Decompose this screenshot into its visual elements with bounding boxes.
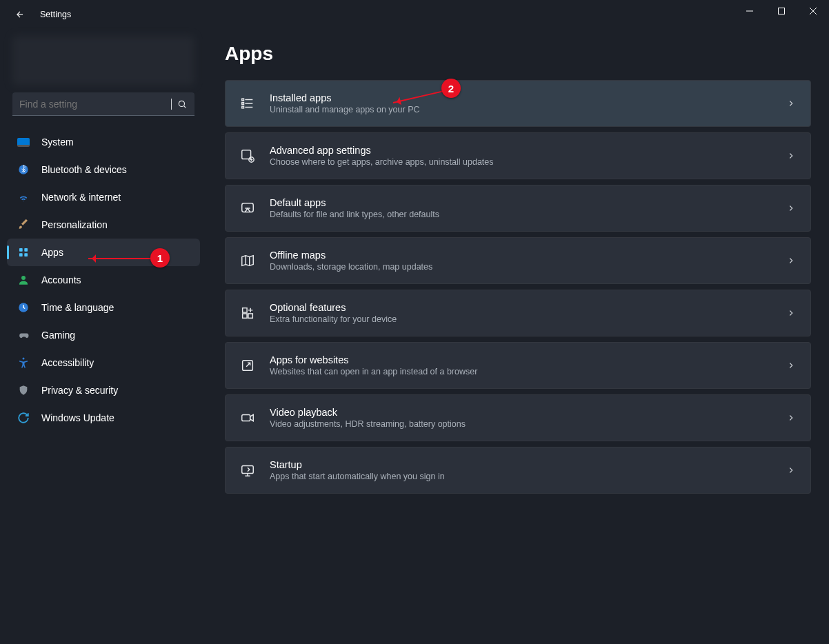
sidebar: System Bluetooth & devices Network & int… <box>0 29 207 644</box>
cards-container: Installed apps Uninstall and manage apps… <box>225 80 811 496</box>
chevron-right-icon <box>784 411 798 425</box>
sidebar-item-label: Bluetooth & devices <box>41 164 127 175</box>
sidebar-item-label: Gaming <box>41 330 75 341</box>
card-optional-features[interactable]: Optional features Extra functionality fo… <box>225 290 811 336</box>
card-title: Installed apps <box>270 92 784 103</box>
svg-rect-18 <box>242 103 244 105</box>
svg-rect-23 <box>243 308 247 312</box>
sidebar-item-label: Apps <box>41 247 63 258</box>
card-subtitle: Extra functionality for your device <box>270 314 784 324</box>
card-subtitle: Apps that start automatically when you s… <box>270 472 784 481</box>
sidebar-item-apps[interactable]: Apps <box>7 239 200 266</box>
sidebar-item-label: Accessibility <box>41 357 94 368</box>
sidebar-item-label: Windows Update <box>41 412 114 423</box>
sidebar-item-label: Personalization <box>41 219 108 230</box>
maximize-button[interactable] <box>766 0 797 22</box>
card-title: Optional features <box>270 302 784 313</box>
search-icon[interactable] <box>170 92 194 115</box>
annotation-arrow-1 <box>88 258 150 259</box>
apps-icon <box>17 245 30 259</box>
sidebar-item-label: Network & internet <box>41 192 121 203</box>
system-icon <box>17 135 30 149</box>
sidebar-item-accounts[interactable]: Accounts <box>7 266 200 294</box>
sidebar-item-label: System <box>41 137 74 148</box>
card-subtitle: Defaults for file and link types, other … <box>270 210 784 219</box>
svg-rect-28 <box>242 466 254 474</box>
svg-rect-8 <box>24 248 28 252</box>
sidebar-item-label: Privacy & security <box>41 385 118 396</box>
sidebar-item-privacy[interactable]: Privacy & security <box>7 376 200 404</box>
startup-icon <box>238 461 257 480</box>
shield-icon <box>17 383 30 397</box>
titlebar: Settings <box>0 0 829 29</box>
card-default-apps[interactable]: Default apps Defaults for file and link … <box>225 185 811 232</box>
back-button[interactable] <box>12 7 28 22</box>
account-icon <box>17 273 30 287</box>
svg-point-4 <box>179 101 184 106</box>
optional-features-icon <box>238 303 257 323</box>
card-advanced-settings[interactable]: Advanced app settings Choose where to ge… <box>225 132 811 179</box>
svg-point-11 <box>21 276 26 280</box>
card-apps-for-websites[interactable]: Apps for websites Websites that can open… <box>225 342 811 389</box>
card-startup[interactable]: Startup Apps that start automatically wh… <box>225 447 811 494</box>
map-icon <box>238 251 257 270</box>
svg-rect-24 <box>243 314 247 318</box>
card-installed-apps[interactable]: Installed apps Uninstall and manage apps… <box>225 80 811 127</box>
card-subtitle: Choose where to get apps, archive apps, … <box>270 157 784 167</box>
wifi-icon <box>17 190 30 204</box>
sidebar-item-network[interactable]: Network & internet <box>7 183 200 211</box>
svg-rect-10 <box>24 253 28 256</box>
svg-line-5 <box>184 105 186 108</box>
window-controls <box>734 0 829 22</box>
svg-rect-22 <box>242 203 254 212</box>
sidebar-item-personalization[interactable]: Personalization <box>7 211 200 239</box>
window-title: Settings <box>40 10 71 19</box>
nav-list: System Bluetooth & devices Network & int… <box>0 128 207 432</box>
card-title: Apps for websites <box>270 354 784 365</box>
default-apps-icon <box>238 199 257 218</box>
clock-icon <box>17 301 30 314</box>
sidebar-item-bluetooth[interactable]: Bluetooth & devices <box>7 156 200 183</box>
sidebar-item-gaming[interactable]: Gaming <box>7 321 200 349</box>
page-title: Apps <box>225 43 811 65</box>
card-title: Startup <box>270 459 784 470</box>
chevron-right-icon <box>784 463 798 477</box>
settings-app-icon <box>238 146 257 165</box>
card-title: Video playback <box>270 407 784 418</box>
card-offline-maps[interactable]: Offline maps Downloads, storage location… <box>225 237 811 284</box>
svg-rect-17 <box>242 99 244 101</box>
search-box[interactable] <box>12 92 194 116</box>
card-title: Advanced app settings <box>270 145 784 156</box>
svg-point-13 <box>23 358 25 360</box>
sidebar-item-time[interactable]: Time & language <box>7 294 200 321</box>
chevron-right-icon <box>784 149 798 163</box>
card-title: Offline maps <box>270 250 784 261</box>
sidebar-item-system[interactable]: System <box>7 128 200 156</box>
external-link-icon <box>238 356 257 375</box>
chevron-right-icon <box>784 201 798 215</box>
bluetooth-icon <box>17 163 30 177</box>
sidebar-item-update[interactable]: Windows Update <box>7 404 200 432</box>
svg-rect-19 <box>242 106 244 108</box>
card-subtitle: Websites that can open in an app instead… <box>270 367 784 376</box>
main-content: Apps Installed apps Uninstall and manage… <box>207 29 829 644</box>
update-icon <box>17 411 30 425</box>
svg-rect-27 <box>242 414 250 421</box>
card-video-playback[interactable]: Video playback Video adjustments, HDR st… <box>225 394 811 441</box>
search-input[interactable] <box>12 92 170 115</box>
card-subtitle: Uninstall and manage apps on your PC <box>270 105 784 114</box>
brush-icon <box>17 218 30 232</box>
card-subtitle: Video adjustments, HDR streaming, batter… <box>270 419 784 429</box>
sidebar-item-label: Time & language <box>41 302 114 313</box>
annotation-step-2: 2 <box>441 79 461 98</box>
svg-rect-9 <box>19 253 23 256</box>
svg-rect-7 <box>19 248 23 252</box>
card-title: Default apps <box>270 197 784 208</box>
chevron-right-icon <box>784 359 798 372</box>
profile-placeholder <box>12 36 194 85</box>
chevron-right-icon <box>784 254 798 268</box>
close-button[interactable] <box>797 0 829 22</box>
sidebar-item-accessibility[interactable]: Accessibility <box>7 349 200 376</box>
annotation-step-1: 1 <box>150 248 170 268</box>
minimize-button[interactable] <box>734 0 766 22</box>
